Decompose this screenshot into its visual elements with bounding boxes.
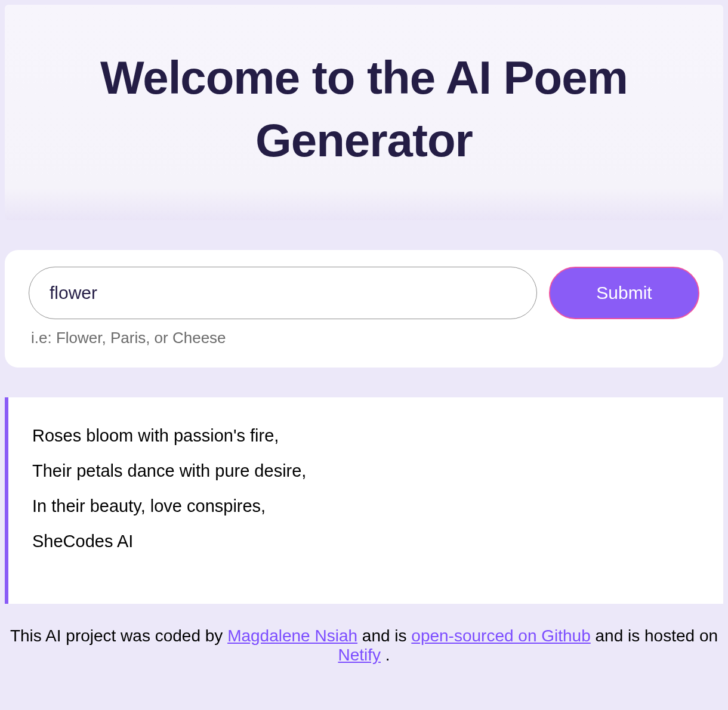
footer-text: and is hosted on	[596, 626, 718, 645]
poem-output: Roses bloom with passion's fire, Their p…	[5, 397, 723, 604]
footer-text: .	[385, 646, 390, 664]
footer-text: This AI project was coded by	[10, 626, 227, 645]
poem-line: Roses bloom with passion's fire,	[32, 427, 699, 444]
footer-text: and is	[362, 626, 412, 645]
author-link[interactable]: Magdalene Nsiah	[227, 626, 357, 645]
topic-input[interactable]	[29, 267, 537, 319]
poem-line: Their petals dance with pure desire,	[32, 462, 699, 480]
input-hint: i.e: Flower, Paris, or Cheese	[31, 329, 699, 347]
poem-line: In their beauty, love conspires,	[32, 498, 699, 515]
form-card: Submit i.e: Flower, Paris, or Cheese	[5, 250, 723, 368]
submit-button[interactable]: Submit	[549, 267, 699, 319]
header: Welcome to the AI Poem Generator	[5, 5, 723, 220]
form-row: Submit	[29, 267, 699, 319]
poem-line: SheCodes AI	[32, 533, 699, 550]
page-title: Welcome to the AI Poem Generator	[29, 47, 699, 172]
host-link[interactable]: Netify	[338, 646, 381, 664]
footer: This AI project was coded by Magdalene N…	[0, 604, 728, 677]
github-link[interactable]: open-sourced on Github	[411, 626, 590, 645]
